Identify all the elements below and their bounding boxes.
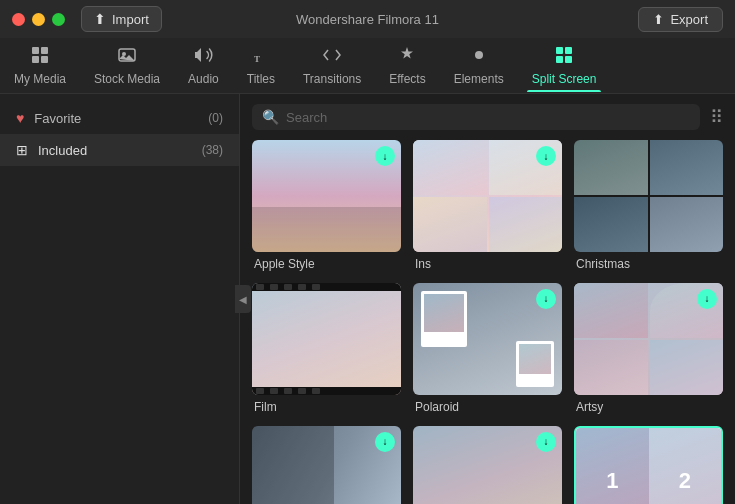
thumb-apple-style: ↓ — [252, 140, 401, 252]
window-controls — [12, 13, 65, 26]
grid-item-christmas[interactable]: Christmas — [574, 140, 723, 271]
thumb-artsy: ↓ — [574, 283, 723, 395]
split-cell-2: 2 — [649, 428, 722, 505]
search-input[interactable] — [286, 110, 690, 125]
sidebar-item-included[interactable]: ⊞ Included (38) — [0, 134, 239, 166]
grid-item-ins[interactable]: ↓ Ins — [413, 140, 562, 271]
grid-item-film[interactable]: Film — [252, 283, 401, 414]
download-badge-paper: ↓ — [536, 432, 556, 452]
grid-item-film-label: Film — [252, 400, 401, 414]
audio-icon — [193, 45, 213, 68]
tab-my-media-label: My Media — [14, 72, 66, 86]
stock-media-icon — [117, 45, 137, 68]
grid-item-paper[interactable]: ↓ Paper — [413, 426, 562, 505]
close-button[interactable] — [12, 13, 25, 26]
tab-effects-label: Effects — [389, 72, 425, 86]
grid-item-polaroid-label: Polaroid — [413, 400, 562, 414]
sidebar-collapse-button[interactable]: ◀ — [235, 285, 251, 313]
svg-rect-9 — [565, 47, 572, 54]
svg-point-7 — [475, 51, 483, 59]
sidebar-item-included-label: Included — [38, 143, 87, 158]
import-label: Import — [112, 12, 149, 27]
tab-split-screen-label: Split Screen — [532, 72, 597, 86]
grid-item-apple-style[interactable]: ↓ Apple Style — [252, 140, 401, 271]
tab-transitions-label: Transitions — [303, 72, 361, 86]
export-button[interactable]: ⬆ Export — [638, 7, 723, 32]
sidebar: ♥ Favorite (0) ⊞ Included (38) ◀ — [0, 94, 240, 504]
download-badge-ins: ↓ — [536, 146, 556, 166]
svg-rect-10 — [556, 56, 563, 63]
thumb-polaroid: ↓ — [413, 283, 562, 395]
minimize-button[interactable] — [32, 13, 45, 26]
svg-rect-2 — [32, 56, 39, 63]
svg-text:T: T — [254, 54, 260, 64]
grid-item-split-screen-1[interactable]: 1 2 Split Screen 1 — [574, 426, 723, 505]
download-badge-plastic: ↓ — [375, 432, 395, 452]
thumb-ins: ↓ — [413, 140, 562, 252]
grid-item-polaroid[interactable]: ↓ Polaroid — [413, 283, 562, 414]
grid-item-apple-style-label: Apple Style — [252, 257, 401, 271]
tab-elements-label: Elements — [454, 72, 504, 86]
search-bar: 🔍 ⠿ — [240, 94, 735, 140]
my-media-icon — [30, 45, 50, 68]
tab-my-media[interactable]: My Media — [0, 39, 80, 92]
svg-rect-11 — [565, 56, 572, 63]
app-title: Wondershare Filmora 11 — [296, 12, 439, 27]
maximize-button[interactable] — [52, 13, 65, 26]
split-cell-1: 1 — [576, 428, 649, 505]
titles-icon: T — [251, 45, 271, 68]
grid-item-plastic[interactable]: ↓ Plastic — [252, 426, 401, 505]
sidebar-item-favorite[interactable]: ♥ Favorite (0) — [0, 102, 239, 134]
import-button[interactable]: ⬆ Import — [81, 6, 162, 32]
svg-rect-3 — [41, 56, 48, 63]
sidebar-included-count: (38) — [202, 143, 223, 157]
svg-rect-1 — [41, 47, 48, 54]
tab-audio-label: Audio — [188, 72, 219, 86]
tab-elements[interactable]: Elements — [440, 39, 518, 92]
export-icon: ⬆ — [653, 12, 664, 27]
tab-stock-media[interactable]: Stock Media — [80, 39, 174, 92]
download-badge-polaroid: ↓ — [536, 289, 556, 309]
tab-stock-media-label: Stock Media — [94, 72, 160, 86]
tab-effects[interactable]: Effects — [375, 39, 439, 92]
heart-icon: ♥ — [16, 110, 24, 126]
tab-titles[interactable]: T Titles — [233, 39, 289, 92]
thumb-split-screen-1: 1 2 — [574, 426, 723, 505]
sidebar-favorite-count: (0) — [208, 111, 223, 125]
content-area: 🔍 ⠿ ↓ Apple Style ↓ — [240, 94, 735, 504]
svg-rect-8 — [556, 47, 563, 54]
nav-tabs: My Media Stock Media Audio T Titles Tran… — [0, 38, 735, 94]
items-grid: ↓ Apple Style ↓ Ins — [240, 140, 735, 504]
split-screen-icon — [554, 45, 574, 68]
grid-toggle-button[interactable]: ⠿ — [710, 106, 723, 128]
tab-audio[interactable]: Audio — [174, 39, 233, 92]
sidebar-item-favorite-label: Favorite — [34, 111, 81, 126]
tab-titles-label: Titles — [247, 72, 275, 86]
export-label: Export — [670, 12, 708, 27]
thumb-film — [252, 283, 401, 395]
tab-transitions[interactable]: Transitions — [289, 39, 375, 92]
download-badge-artsy: ↓ — [697, 289, 717, 309]
upload-icon: ⬆ — [94, 11, 106, 27]
svg-rect-0 — [32, 47, 39, 54]
grid-icon: ⊞ — [16, 142, 28, 158]
transitions-icon — [322, 45, 342, 68]
download-badge: ↓ — [375, 146, 395, 166]
grid-item-christmas-label: Christmas — [574, 257, 723, 271]
search-input-wrap[interactable]: 🔍 — [252, 104, 700, 130]
effects-icon — [397, 45, 417, 68]
grid-item-ins-label: Ins — [413, 257, 562, 271]
titlebar: ⬆ Import Wondershare Filmora 11 ⬆ Export — [0, 0, 735, 38]
grid-item-artsy-label: Artsy — [574, 400, 723, 414]
search-icon: 🔍 — [262, 109, 279, 125]
thumb-plastic: ↓ — [252, 426, 401, 505]
tab-split-screen[interactable]: Split Screen — [518, 39, 611, 92]
main-layout: ♥ Favorite (0) ⊞ Included (38) ◀ 🔍 ⠿ — [0, 94, 735, 504]
thumb-paper: ↓ — [413, 426, 562, 505]
thumb-christmas — [574, 140, 723, 252]
elements-icon — [469, 45, 489, 68]
grid-item-artsy[interactable]: ↓ Artsy — [574, 283, 723, 414]
